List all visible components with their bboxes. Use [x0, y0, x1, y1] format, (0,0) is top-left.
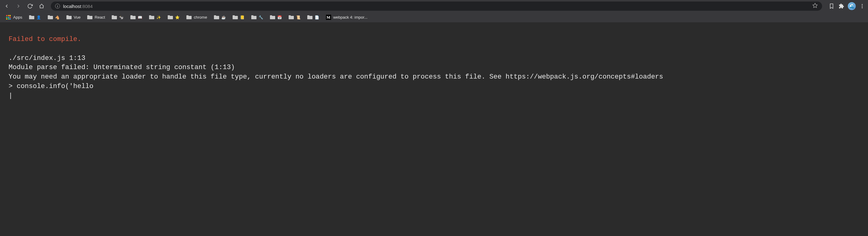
bookmark-label: ✨	[156, 15, 161, 19]
browser-toolbar: i localhost:8084 🌊	[0, 0, 868, 12]
folder-icon	[168, 15, 173, 19]
bookmark-folder[interactable]: ⭐	[165, 14, 182, 21]
folder-icon	[112, 15, 117, 19]
bookmark-label: ⭐	[175, 15, 180, 19]
folder-icon	[87, 15, 92, 19]
bookmark-folder[interactable]: React	[85, 14, 107, 21]
back-button[interactable]	[2, 2, 11, 10]
bookmark-folder[interactable]: 🔧	[249, 14, 266, 21]
error-overlay: Failed to compile. ./src/index.js 1:13 M…	[0, 23, 868, 113]
bookmark-folder[interactable]: 📒	[230, 14, 247, 21]
apps-button[interactable]: Apps	[4, 14, 25, 21]
folder-icon	[186, 15, 192, 19]
apps-label: Apps	[13, 15, 22, 20]
bookmark-folder[interactable]: 👤	[27, 14, 43, 21]
apps-icon	[6, 15, 11, 20]
bookmark-link[interactable]: M webpack 4: impor...	[323, 13, 370, 21]
bookmark-label: 📄	[315, 15, 319, 19]
address-bar[interactable]: i localhost:8084	[51, 2, 822, 11]
svg-marker-0	[813, 3, 817, 8]
svg-point-3	[862, 7, 863, 8]
reading-list-icon[interactable]	[828, 3, 835, 9]
bookmark-folder[interactable]: 🐴	[45, 14, 62, 21]
bookmarks-bar: Apps 👤 🐴 Vue React 🐄 📖 ✨ ⭐ chrome ☕	[0, 12, 868, 23]
folder-icon	[48, 15, 53, 19]
bookmark-label: 📒	[240, 15, 245, 19]
bookmark-folder[interactable]: ☕	[212, 14, 228, 21]
folder-icon	[307, 15, 312, 19]
bookmark-label: 📖	[138, 15, 142, 19]
bookmark-label: Vue	[74, 15, 81, 20]
folder-icon	[29, 15, 34, 19]
folder-icon	[130, 15, 135, 19]
bookmark-label: 📜	[296, 15, 301, 19]
site-info-icon[interactable]: i	[55, 4, 60, 8]
reload-button[interactable]	[26, 2, 34, 10]
home-button[interactable]	[37, 2, 46, 10]
extensions-icon[interactable]	[838, 3, 845, 9]
medium-icon: M	[326, 15, 331, 20]
bookmark-label: 🐴	[55, 15, 60, 19]
folder-icon	[251, 15, 256, 19]
bookmark-folder[interactable]: chrome	[184, 14, 209, 21]
folder-icon	[66, 15, 72, 19]
folder-icon	[214, 15, 219, 19]
url-text: localhost:8084	[63, 4, 93, 9]
folder-icon	[289, 15, 294, 19]
bookmark-label: ☕	[221, 15, 226, 19]
bookmark-folder[interactable]: 📜	[286, 14, 303, 21]
bookmark-label: chrome	[194, 15, 207, 20]
folder-icon	[270, 15, 275, 19]
bookmark-folder[interactable]: 📅	[268, 14, 284, 21]
bookmark-label: 📅	[277, 15, 282, 19]
bookmark-label: 👤	[36, 15, 41, 19]
bookmark-folder[interactable]: Vue	[64, 14, 83, 21]
bookmark-folder[interactable]: 🐄	[109, 14, 126, 21]
bookmark-folder[interactable]: 📄	[305, 14, 322, 21]
forward-button[interactable]	[14, 2, 23, 10]
bookmark-folder[interactable]: 📖	[128, 14, 145, 21]
menu-icon[interactable]	[859, 3, 866, 9]
profile-avatar[interactable]: 🌊	[848, 2, 856, 10]
svg-point-1	[862, 4, 863, 5]
error-title: Failed to compile.	[8, 35, 82, 43]
folder-icon	[149, 15, 154, 19]
bookmark-label: 🐄	[119, 15, 124, 19]
folder-icon	[232, 15, 238, 19]
bookmark-folder[interactable]: ✨	[147, 14, 163, 21]
bookmark-label: 🔧	[259, 15, 263, 19]
svg-point-2	[862, 6, 863, 7]
bookmark-star-icon[interactable]	[812, 3, 818, 9]
error-body: ./src/index.js 1:13 Module parse failed:…	[8, 55, 663, 100]
bookmark-label: React	[95, 15, 105, 20]
bookmark-label: webpack 4: impor...	[333, 15, 368, 20]
